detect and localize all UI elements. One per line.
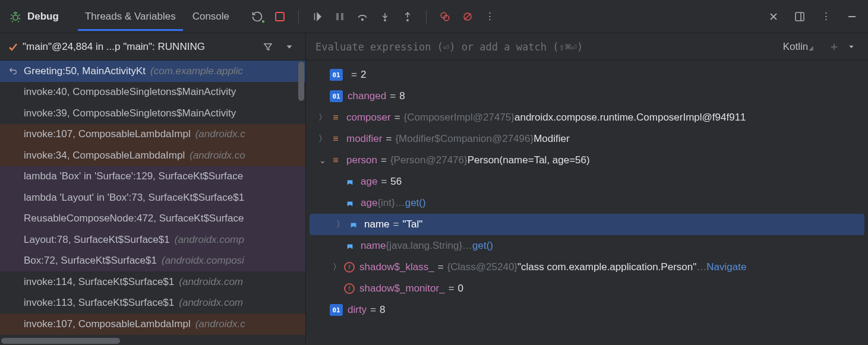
frame-row[interactable]: invoke:107, ComposableLambdaImpl (androi…: [0, 124, 305, 145]
variable-action-link[interactable]: get(): [405, 197, 426, 209]
resume-icon[interactable]: [311, 10, 324, 23]
view-breakpoints-icon[interactable]: [438, 10, 452, 23]
variable-value: androidx.compose.runtime.ComposerImpl@f9…: [515, 112, 746, 124]
variable-type: {Person@27476}: [390, 154, 468, 166]
frame-label: lambda 'Box' in 'Surface':129, SurfaceKt…: [24, 170, 243, 182]
frame-row[interactable]: Box:72, SurfaceKt$Surface$1 (androidx.co…: [0, 251, 305, 272]
language-selector[interactable]: Kotlin ◢: [783, 41, 813, 53]
variable-row[interactable]: ▸age {int} … get(): [306, 192, 868, 214]
chevron-right-icon[interactable]: 〉: [315, 134, 330, 144]
variable-row[interactable]: 〉≡modifier = {Modifier$Companion@27496} …: [306, 128, 868, 150]
chevron-right-icon[interactable]: 〉: [333, 219, 348, 230]
variable-row[interactable]: ▸01= 2: [306, 64, 868, 86]
variable-value: 0: [458, 283, 463, 295]
step-into-icon[interactable]: [378, 10, 392, 23]
variable-name: age: [361, 197, 377, 209]
check-icon: [8, 42, 18, 52]
bug-icon: [10, 11, 21, 23]
variable-value: 8: [380, 304, 385, 316]
close-icon[interactable]: [767, 10, 780, 23]
chevron-right-icon[interactable]: 〉: [330, 262, 344, 273]
step-over-icon[interactable]: [356, 10, 369, 23]
chevron-down-icon[interactable]: ⌄: [315, 156, 330, 165]
variable-row[interactable]: ⌄≡person = {Person@27476} Person(name=Ta…: [306, 150, 868, 171]
variable-name: modifier: [346, 133, 382, 145]
add-watch-icon[interactable]: [828, 40, 841, 53]
int-icon: 01: [330, 304, 343, 316]
variables-tree[interactable]: ▸01= 2▸01changed = 8〉≡composer = {Compos…: [306, 61, 868, 345]
variable-type: {ComposerImpl@27475}: [404, 112, 515, 124]
frame-row[interactable]: invoke:34, ComposableLambdaImpl (android…: [0, 145, 305, 166]
frame-location: (com.example.applic: [150, 65, 243, 77]
frame-location: (androidx.c: [195, 128, 245, 140]
rerun-icon[interactable]: ●: [251, 10, 264, 23]
thread-selector[interactable]: "main"@24,884 in ...p "main": RUNNING: [0, 33, 305, 61]
variable-row[interactable]: ▸01changed = 8: [306, 86, 868, 107]
frame-label: invoke:34, ComposableLambdaImpl: [24, 150, 185, 162]
variable-row[interactable]: ▸fshadow$_monitor_ = 0: [306, 278, 868, 299]
frames-list[interactable]: Greeting:50, MainActivityKt (com.example…: [0, 61, 305, 345]
filter-icon[interactable]: [259, 42, 277, 52]
svg-rect-10: [796, 12, 804, 21]
svg-point-4: [362, 18, 364, 20]
svg-rect-2: [336, 13, 339, 20]
variable-value: Modifier: [534, 133, 569, 145]
variable-row[interactable]: 〉≡composer = {ComposerImpl@27475} androi…: [306, 107, 868, 128]
variable-action-link[interactable]: Navigate: [706, 261, 746, 273]
variable-name: dirty: [348, 304, 367, 316]
variables-pane: Evaluate expression (⏎) or add a watch (…: [306, 33, 868, 345]
undo-icon: [8, 67, 19, 76]
debug-tab-bar: Debug Threads & Variables Console ●: [0, 0, 868, 33]
frame-row[interactable]: Greeting:50, MainActivityKt (com.example…: [0, 61, 305, 82]
frame-label: invoke:39, ComposableSingletons$MainActi…: [24, 107, 236, 119]
layout-icon[interactable]: [793, 10, 806, 23]
more-icon[interactable]: ⋮: [484, 10, 497, 23]
variable-type: {Class@25240}: [447, 261, 517, 273]
stop-icon[interactable]: [273, 10, 286, 23]
frame-row[interactable]: lambda 'Layout' in 'Box':73, SurfaceKt$S…: [0, 187, 305, 208]
frame-location: (androidx.com: [179, 297, 243, 309]
final-field-icon: f: [344, 283, 355, 294]
svg-point-0: [13, 15, 18, 20]
variable-value: Person(name=Tal, age=56): [468, 154, 590, 166]
frame-label: invoke:113, SurfaceKt$Surface$1: [24, 297, 174, 309]
field-icon: [344, 197, 356, 209]
variable-row[interactable]: ▸01dirty = 8: [306, 299, 868, 321]
frame-label: invoke:114, SurfaceKt$Surface$1: [24, 276, 174, 288]
options-icon[interactable]: ⋮: [819, 10, 832, 23]
final-field-icon: f: [344, 262, 355, 273]
variable-action-link[interactable]: get(): [472, 240, 493, 252]
variable-row[interactable]: 〉fshadow$_klass_ = {Class@25240} "class …: [306, 257, 868, 278]
vertical-scrollbar[interactable]: [298, 62, 304, 101]
panel-title: Debug: [27, 11, 59, 23]
frame-row[interactable]: invoke:40, ComposableSingletons$MainActi…: [0, 82, 305, 103]
chevron-right-icon[interactable]: 〉: [315, 112, 330, 123]
tab-threads-variables[interactable]: Threads & Variables: [78, 2, 183, 31]
frame-row[interactable]: Layout:78, SurfaceKt$Surface$1 (androidx…: [0, 229, 305, 251]
variable-row[interactable]: ▸name {java.lang.String} … get(): [306, 235, 868, 257]
frame-location: (androidx.composi: [162, 255, 244, 267]
frame-row[interactable]: invoke:114, SurfaceKt$Surface$1 (android…: [0, 271, 305, 293]
frame-row[interactable]: invoke:39, ComposableSingletons$MainActi…: [0, 103, 305, 124]
chevron-down-icon[interactable]: [282, 43, 297, 51]
evaluate-bar[interactable]: Evaluate expression (⏎) or add a watch (…: [306, 33, 868, 61]
tab-console[interactable]: Console: [185, 2, 236, 31]
frame-row[interactable]: ReusableComposeNode:472, SurfaceKt$Surfa…: [0, 208, 305, 230]
frame-location: (androidx.c: [195, 318, 245, 330]
frame-row[interactable]: invoke:107, ComposableLambdaImpl (androi…: [0, 314, 305, 335]
mute-breakpoints-icon[interactable]: [461, 10, 474, 23]
frame-row[interactable]: invoke:113, SurfaceKt$Surface$1 (android…: [0, 293, 305, 314]
variable-row[interactable]: ▸age = 56: [306, 171, 868, 192]
step-out-icon[interactable]: [401, 10, 414, 23]
minimize-icon[interactable]: [845, 10, 858, 23]
variable-value: 2: [361, 69, 366, 81]
field-icon: [344, 240, 356, 252]
horizontal-scrollbar[interactable]: [1, 338, 120, 344]
chevron-down-icon[interactable]: [844, 43, 858, 50]
object-icon: ≡: [330, 112, 342, 124]
field-icon: [344, 176, 356, 188]
frame-row[interactable]: lambda 'Box' in 'Surface':129, SurfaceKt…: [0, 166, 305, 188]
frame-label: invoke:40, ComposableSingletons$MainActi…: [24, 86, 236, 98]
pause-icon[interactable]: [333, 10, 346, 23]
variable-row[interactable]: 〉name = "Tal": [310, 214, 864, 235]
